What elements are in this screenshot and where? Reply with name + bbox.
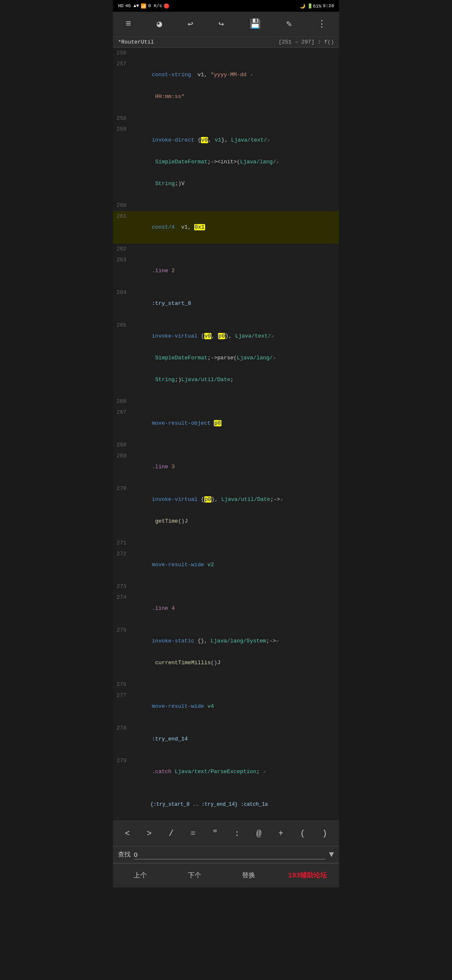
compass-button[interactable]: ◕ xyxy=(152,16,167,32)
status-hd: HD xyxy=(118,3,123,8)
code-line-261: 261 const/4 v1, 0x1 xyxy=(113,211,339,244)
code-line-274: 274 .line 4 xyxy=(113,592,339,625)
code-line-272: 272 move-result-wide v2 xyxy=(113,549,339,581)
undo-button[interactable]: ↩ xyxy=(182,16,198,32)
code-line-271: 271 xyxy=(113,538,339,549)
code-line-264: 264 :try_start_8 xyxy=(113,287,339,320)
edit-button[interactable]: ✎ xyxy=(281,16,297,32)
code-line-259: 259 invoke-direct {v0, v1}, Ljava/text/↗… xyxy=(113,124,339,200)
more-button[interactable]: ⋮ xyxy=(312,16,331,32)
status-data: 0 K/s xyxy=(148,3,162,8)
code-line-265: 265 invoke-virtual {v0, p0}, Ljava/text/… xyxy=(113,320,339,396)
key-plus[interactable]: + xyxy=(274,827,288,840)
code-line-280: {:try_start_8 .. :try_end_14} :catch_1a xyxy=(113,788,339,821)
code-line-257: 257 const-string v1, "yyyy-MM-dd ↗ HH:mm… xyxy=(113,59,339,113)
search-dropdown-icon[interactable]: ▼ xyxy=(329,850,334,859)
menu-button[interactable]: ≡ xyxy=(121,16,136,32)
file-range: [251 – 297] : f() xyxy=(278,39,334,45)
key-slash[interactable]: / xyxy=(164,827,178,840)
code-area[interactable]: 256 257 const-string v1, "yyyy-MM-dd ↗ H… xyxy=(113,48,339,821)
search-input-wrap xyxy=(134,850,326,859)
status-moon: 🌙 xyxy=(300,3,306,9)
code-line-276: 276 xyxy=(113,679,339,690)
status-wifi: 📶 xyxy=(141,3,146,9)
code-line-273: 273 xyxy=(113,581,339,592)
bottom-bar: 上个 下个 替换 193辅助论坛 xyxy=(113,863,339,887)
replace-button[interactable]: 替换 xyxy=(234,869,264,882)
status-signal: 4G ▲▼ xyxy=(125,3,139,8)
code-line-262: 262 xyxy=(113,244,339,255)
file-header: *RouterUtil [251 – 297] : f() xyxy=(113,37,339,48)
search-bar: 查找 ▼ xyxy=(113,846,339,863)
code-line-269: 269 .line 3 xyxy=(113,451,339,483)
search-label: 查找 xyxy=(118,851,131,859)
status-left: HD 4G ▲▼ 📶 0 K/s 🔴 xyxy=(118,3,170,9)
redo-button[interactable]: ↪ xyxy=(213,16,229,32)
code-line-258: 258 xyxy=(113,113,339,124)
code-line-278: 278 :try_end_14 xyxy=(113,723,339,756)
code-line-275: 275 invoke-static {}, Ljava/lang/System;… xyxy=(113,625,339,679)
code-line-260: 260 xyxy=(113,200,339,211)
key-colon[interactable]: : xyxy=(230,827,244,840)
key-rparen[interactable]: ) xyxy=(318,827,331,840)
key-equals[interactable]: = xyxy=(186,827,200,840)
next-button[interactable]: 下个 xyxy=(180,869,210,882)
status-time: 9:28 xyxy=(323,3,334,8)
status-right: 🌙 🔋61% 9:28 xyxy=(300,3,334,9)
code-line-277: 277 move-result-wide v4 xyxy=(113,690,339,723)
save-button[interactable]: 💾 xyxy=(244,16,266,32)
search-input[interactable] xyxy=(134,850,326,859)
brand-label: 193辅助论坛 xyxy=(288,871,327,880)
code-line-268: 268 xyxy=(113,440,339,451)
code-line-279: 279 .catch Ljava/text/ParseException; ↗ xyxy=(113,756,339,788)
keyboard-row: < > / = " : @ + ( ) xyxy=(113,821,339,846)
prev-button[interactable]: 上个 xyxy=(125,869,155,882)
key-gt[interactable]: > xyxy=(143,827,156,840)
file-name: *RouterUtil xyxy=(118,39,154,45)
status-bar: HD 4G ▲▼ 📶 0 K/s 🔴 🌙 🔋61% 9:28 xyxy=(113,0,339,12)
code-line-267: 267 move-result-object p0 xyxy=(113,407,339,440)
code-line-256: 256 xyxy=(113,48,339,59)
status-battery: 🔋61% xyxy=(307,3,321,9)
status-app-icon: 🔴 xyxy=(164,3,170,9)
code-line-263: 263 .line 2 xyxy=(113,255,339,287)
key-at[interactable]: @ xyxy=(252,827,266,840)
code-line-270: 270 invoke-virtual {p0}, Ljava/util/Date… xyxy=(113,483,339,538)
key-lt[interactable]: < xyxy=(121,827,134,840)
key-lparen[interactable]: ( xyxy=(296,827,309,840)
code-line-266: 266 xyxy=(113,396,339,407)
key-quote[interactable]: " xyxy=(208,827,222,840)
toolbar: ≡ ◕ ↩ ↪ 💾 ✎ ⋮ xyxy=(113,12,339,37)
